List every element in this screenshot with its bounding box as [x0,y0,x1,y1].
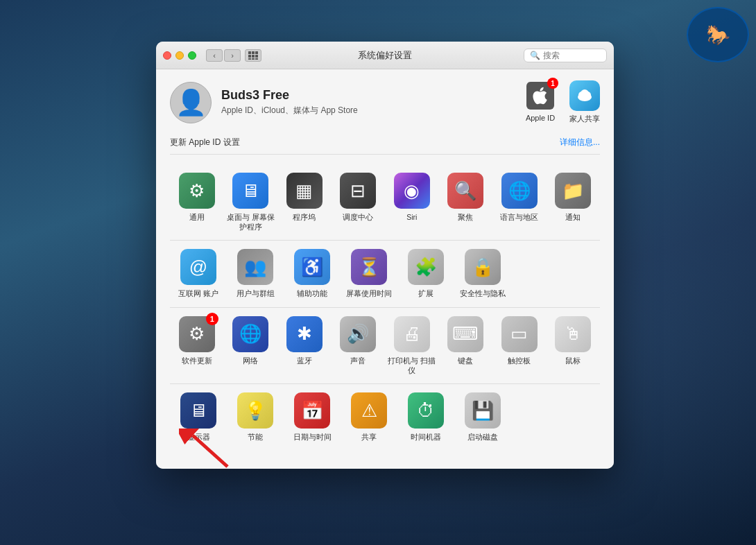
icon-img-startdisk: 💾 [465,392,501,429]
icon-item-siri[interactable]: ◉Siri [385,170,439,234]
update-link[interactable]: 详细信息... [560,137,600,148]
profile-info: Buds3 Free Apple ID、iCloud、媒体与 App Store [221,88,525,116]
icon-label-trackpad: 触控板 [508,356,531,366]
icon-label-datetime: 日期与时间 [293,433,332,442]
icon-item-general[interactable]: ⚙通用 [170,170,224,234]
icon-item-trackpad[interactable]: ▭触控板 [492,313,547,378]
forward-button[interactable]: › [224,49,241,62]
apple-id-action[interactable]: 1 Apple ID [525,80,556,124]
icon-item-softwareupdate[interactable]: ⚙1软件更新 [170,313,224,378]
icon-label-desktop: 桌面与 屏幕保护程序 [227,213,275,232]
icon-item-printers[interactable]: 🖨打印机与 扫描仪 [385,313,439,378]
icon-img-extensions: 🧩 [408,249,444,285]
icon-item-startdisk[interactable]: 💾启动磁盘 [454,390,511,445]
icon-label-lang: 语言与地区 [500,213,538,223]
icon-label-missionctrl: 调度中心 [343,213,373,223]
icon-item-datetime[interactable]: 📅日期与时间 [284,390,341,445]
icon-img-internet: @ [180,249,216,285]
grid-view-button[interactable] [245,49,261,62]
icon-label-displays: 显示器 [187,433,210,442]
minimize-button[interactable] [175,51,184,60]
icon-item-spotlight[interactable]: 🔍聚焦 [439,170,493,234]
icon-img-general: ⚙ [179,173,215,209]
search-input[interactable] [543,51,605,60]
svg-rect-2 [255,51,258,54]
icon-img-missionctrl: ⊟ [340,173,376,209]
icon-row-4: 🖥显示器💡节能📅日期与时间⚠共享⏱时间机器💾启动磁盘 [170,384,600,451]
svg-rect-1 [252,51,255,54]
profile-section: 👤 Buds3 Free Apple ID、iCloud、媒体与 App Sto… [170,80,600,124]
icon-label-general: 通用 [189,213,205,223]
svg-rect-0 [248,51,251,54]
icon-img-printers: 🖨 [394,316,430,352]
icon-item-desktop[interactable]: 🖥桌面与 屏幕保护程序 [224,170,278,234]
icon-label-network: 网络 [243,356,258,366]
icon-img-datetime: 📅 [294,392,330,429]
icon-label-spotlight: 聚焦 [458,213,473,223]
icon-item-missionctrl[interactable]: ⊟调度中心 [332,170,386,234]
svg-rect-6 [248,58,251,60]
back-button[interactable]: ‹ [206,49,223,62]
titlebar: ‹ › 系统偏好设置 🔍 [156,42,614,69]
icon-label-users: 用户与群组 [237,289,275,299]
family-share-icon-wrap [569,80,600,111]
fullscreen-button[interactable] [188,51,196,60]
icon-item-energy[interactable]: 💡节能 [227,390,284,445]
close-button[interactable] [163,51,171,60]
icon-label-startdisk: 启动磁盘 [467,433,498,442]
preferences-window: ‹ › 系统偏好设置 🔍 👤 [156,42,614,469]
icon-img-security: 🔒 [465,249,501,285]
icon-img-screentime: ⏳ [351,249,387,285]
icon-item-bluetooth[interactable]: ✱蓝牙 [277,313,332,378]
icon-item-security[interactable]: 🔒安全性与隐私 [454,246,511,302]
family-share-action[interactable]: 家人共享 [569,80,600,124]
icon-item-internet[interactable]: @互联网 账户 [170,246,227,302]
icon-item-sharing[interactable]: ⚠共享 [341,390,397,445]
icon-item-screentime[interactable]: ⏳屏幕使用时间 [341,246,397,302]
icon-label-extensions: 扩展 [418,289,433,299]
family-share-label: 家人共享 [569,114,600,124]
icon-img-lang: 🌐 [501,173,538,209]
icon-img-bluetooth: ✱ [286,316,323,352]
search-box[interactable]: 🔍 [524,49,607,62]
update-text: 更新 Apple ID 设置 [170,137,240,148]
icon-label-printers: 打印机与 扫描仪 [388,356,436,375]
icon-item-displays[interactable]: 🖥显示器 [170,390,227,445]
logo-badge: 🐎 [687,7,749,62]
icon-label-softwareupdate: 软件更新 [182,356,212,366]
icon-item-sound[interactable]: 🔊声音 [332,313,386,378]
icon-item-mouse[interactable]: 🖱鼠标 [547,313,601,378]
icon-img-notify: 📁 [555,173,591,209]
icon-label-screentime: 屏幕使用时间 [346,289,392,299]
update-notice: 更新 Apple ID 设置 详细信息... [170,131,600,155]
icon-img-siri: ◉ [394,173,430,209]
apple-id-icon-wrap: 1 [525,80,556,111]
icon-img-sound: 🔊 [340,316,376,352]
icon-item-access[interactable]: ♿辅助功能 [284,246,341,302]
icon-item-notify[interactable]: 📁通知 [547,170,601,234]
nav-buttons: ‹ › [206,49,241,62]
icon-item-timemachine[interactable]: ⏱时间机器 [397,390,454,445]
icon-label-mouse: 鼠标 [565,356,581,366]
icon-img-timemachine: ⏱ [408,392,444,429]
icon-item-network[interactable]: 🌐网络 [224,313,278,378]
icon-label-access: 辅助功能 [297,289,327,299]
avatar: 👤 [170,82,212,123]
icon-img-network: 🌐 [232,316,268,352]
icon-item-extensions[interactable]: 🧩扩展 [397,246,454,302]
icon-row-1: ⚙通用🖥桌面与 屏幕保护程序▦程序坞⊟调度中心◉Siri🔍聚焦🌐语言与地区📁通知 [170,164,600,241]
badge-softwareupdate: 1 [206,313,218,325]
family-share-icon [569,80,600,111]
icon-item-users[interactable]: 👥用户与群组 [227,246,284,302]
icon-img-access: ♿ [294,249,330,285]
icon-label-notify: 通知 [565,213,581,223]
icon-label-sharing: 共享 [361,433,377,442]
traffic-lights [163,51,196,60]
icon-item-launchpad[interactable]: ▦程序坞 [277,170,332,234]
icon-img-sharing: ⚠ [351,392,387,429]
icon-label-timemachine: 时间机器 [411,433,441,442]
icon-item-keyboard[interactable]: ⌨键盘 [439,313,493,378]
icon-item-lang[interactable]: 🌐语言与地区 [492,170,547,234]
icon-row-3: ⚙1软件更新🌐网络✱蓝牙🔊声音🖨打印机与 扫描仪⌨键盘▭触控板🖱鼠标 [170,308,600,384]
apple-id-label: Apple ID [526,114,555,122]
